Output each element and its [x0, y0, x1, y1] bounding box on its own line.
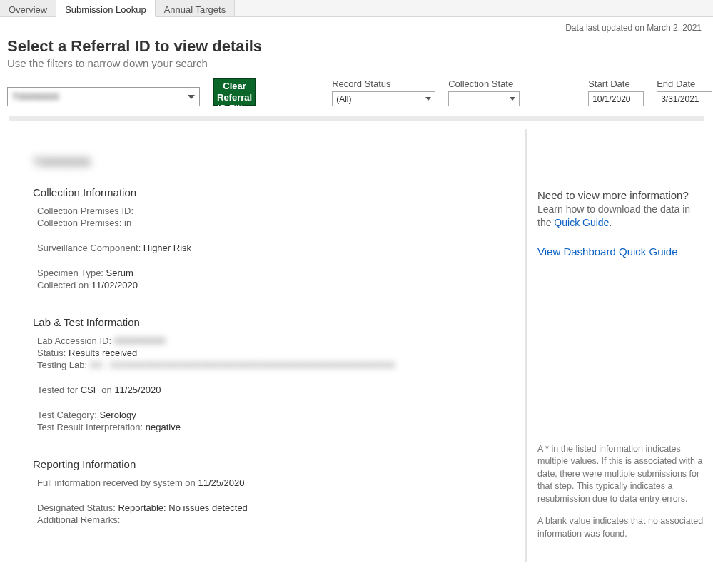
side-text: Learn how to download the data in the Qu…: [537, 203, 706, 230]
testing-lab: Testing Lab: XX - XXXXXXXXXXXXXXXXXXXXXX…: [37, 360, 511, 370]
collected-on: Collected on 11/02/2020: [37, 280, 511, 290]
page-title: Select a Referral ID to view details: [7, 37, 706, 56]
section-collection-heading: Collection Information: [33, 186, 511, 198]
start-date-label: Start Date: [588, 78, 644, 89]
section-lab-heading: Lab & Test Information: [33, 316, 511, 328]
clear-referral-button[interactable]: Clear Referral ID Filter: [213, 78, 256, 106]
chevron-down-icon: [188, 95, 195, 99]
footnote-blank: A blank value indicates that no associat…: [537, 515, 706, 540]
record-status-label: Record Status: [332, 78, 435, 89]
collection-premises-id: Collection Premises ID:: [37, 206, 511, 216]
footnote-asterisk: A * in the listed information indicates …: [537, 443, 706, 506]
tested-for: Tested for CSF on 11/25/2020: [37, 385, 511, 395]
side-title: Need to view more information?: [537, 189, 706, 201]
chevron-down-icon: [425, 97, 431, 101]
status: Status: Results received: [37, 348, 511, 358]
details-panel: T00000000 Collection Information Collect…: [0, 121, 525, 570]
full-info-received: Full information received by system on 1…: [37, 477, 511, 488]
tab-bar: Overview Submission Lookup Annual Target…: [0, 0, 713, 17]
side-panel: Need to view more information? Learn how…: [527, 121, 713, 570]
collection-state-select[interactable]: [448, 91, 520, 106]
collection-premises: Collection Premises: in: [37, 218, 511, 228]
referral-id-heading: T00000000: [33, 156, 511, 169]
chevron-down-icon: [510, 97, 515, 101]
tab-submission-lookup[interactable]: Submission Lookup: [56, 0, 155, 17]
last-updated-text: Data last updated on March 2, 2021: [0, 17, 713, 33]
start-date-input[interactable]: 10/1/2020: [588, 91, 644, 106]
referral-id-value: T00000000: [12, 91, 59, 102]
section-reporting-heading: Reporting Information: [33, 458, 511, 470]
collection-state-label: Collection State: [448, 78, 520, 89]
start-date-value: 10/1/2020: [592, 94, 630, 104]
specimen-type: Specimen Type: Serum: [37, 268, 511, 278]
end-date-value: 3/31/2021: [661, 94, 699, 104]
tab-overview[interactable]: Overview: [0, 0, 56, 16]
test-result-interpretation: Test Result Interpretation: negative: [37, 422, 511, 432]
designated-status: Designated Status: Reportable: No issues…: [37, 502, 511, 513]
referral-id-select[interactable]: T00000000: [7, 87, 200, 106]
end-date-input[interactable]: 3/31/2021: [657, 91, 712, 106]
additional-remarks: Additional Remarks:: [37, 514, 511, 525]
content-area: T00000000 Collection Information Collect…: [0, 121, 713, 570]
surveillance-component: Surveillance Component: Higher Risk: [37, 243, 511, 253]
quick-guide-link[interactable]: Quick Guide: [554, 217, 609, 228]
test-category: Test Category: Serology: [37, 410, 511, 420]
lab-accession-id: Lab Accession ID: 0000000000: [37, 335, 511, 346]
dashboard-quick-guide-link[interactable]: View Dashboard Quick Guide: [537, 245, 678, 258]
record-status-select[interactable]: (All): [332, 91, 435, 106]
filter-row: T00000000 Clear Referral ID Filter Recor…: [0, 69, 713, 116]
tab-annual-targets[interactable]: Annual Targets: [156, 0, 236, 16]
record-status-value: (All): [336, 94, 351, 104]
page-subtitle: Use the filters to narrow down your sear…: [7, 57, 706, 69]
end-date-label: End Date: [657, 78, 712, 89]
